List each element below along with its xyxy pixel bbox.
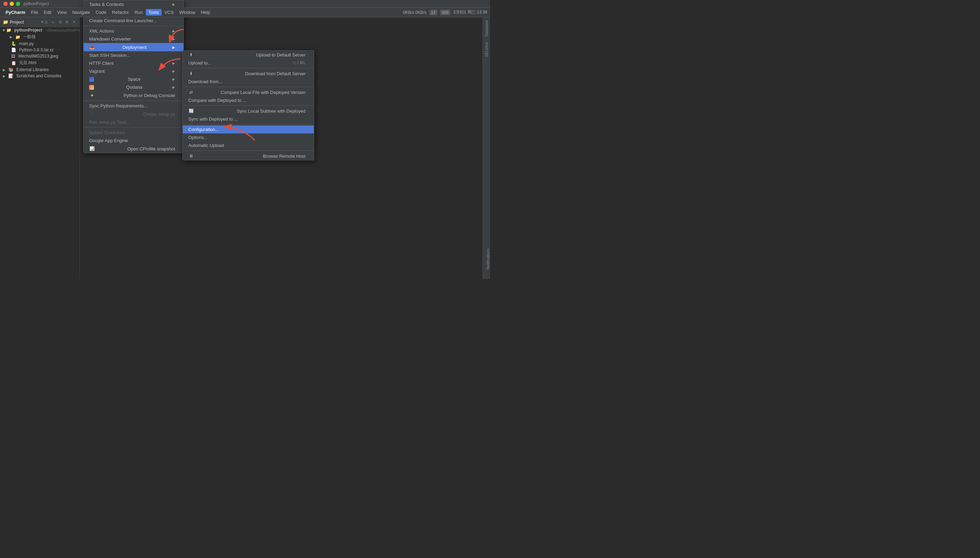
submenu-arrow: ▶ xyxy=(173,2,175,6)
separator xyxy=(84,127,183,128)
menu-item-vagrant[interactable]: Vagrant ▶ xyxy=(84,67,183,75)
menu-label: Google App Engine xyxy=(89,138,128,143)
menu-item-http[interactable]: HTTP Client ▶ xyxy=(84,59,183,67)
maximize-button[interactable] xyxy=(16,2,20,6)
deploy-icon: 📤 xyxy=(89,44,95,50)
menubar-refactor[interactable]: Refactor xyxy=(109,9,132,16)
menubar-vcs[interactable]: VCS xyxy=(161,9,176,16)
tree-label: External Libraries xyxy=(16,67,49,72)
expand-icon[interactable]: ≡ xyxy=(50,20,56,25)
deploy-auto-upload[interactable]: Automatic Upload xyxy=(183,141,314,149)
database-panel-label[interactable]: Database xyxy=(485,17,488,39)
menu-item-deployment[interactable]: 📤 Deployment ▶ xyxy=(84,43,183,51)
folder-icon: 📁 xyxy=(6,28,12,33)
menus-overlay: Tasks & Contexts ▶ 👥 Code With Me... ⌥⇧Y… xyxy=(80,0,482,279)
collapse-icon[interactable]: ⊟ xyxy=(57,20,63,25)
menu-label: Vagrant xyxy=(89,69,105,74)
menu-item-markdown[interactable]: Markdown Converter ▶ xyxy=(84,35,183,43)
menu-item-python-console[interactable]: ✦ Python or Debug Console xyxy=(84,91,183,100)
notifications-panel-label[interactable]: Notifications xyxy=(486,246,490,272)
expand-arrow: ▶ xyxy=(10,35,13,39)
menu-item-space[interactable]: Space ▶ xyxy=(84,75,183,83)
deploy-sync-with[interactable]: Sync with Deployed to ... xyxy=(183,115,314,123)
separator xyxy=(183,124,314,125)
menu-item-qodana[interactable]: Qodana ▶ xyxy=(84,83,183,91)
menu-label: Sync with Deployed to ... xyxy=(188,117,238,121)
deploy-compare-with[interactable]: Compare with Deployed to ... xyxy=(183,96,314,104)
menu-item-sphinx: Sphinx Quickstart xyxy=(84,129,183,136)
tree-item-ext-libs[interactable]: ▶ 📚 External Libraries xyxy=(0,67,79,73)
menubar-file[interactable]: File xyxy=(28,9,41,16)
deploy-options[interactable]: Options... xyxy=(183,133,314,141)
tools-menu[interactable]: Tasks & Contexts ▶ 👥 Code With Me... ⌥⇧Y… xyxy=(83,0,184,153)
menubar-app[interactable]: PyCharm xyxy=(3,9,28,16)
menubar-view[interactable]: View xyxy=(54,9,69,16)
tree-item-tar[interactable]: 📄 Python-3.8.3.tar.xz xyxy=(0,47,79,53)
tree-item-scratches[interactable]: ▶ 📝 Scratches and Consoles xyxy=(0,73,79,79)
menu-label: Sync Python Requirements... xyxy=(89,103,147,108)
separator xyxy=(183,150,314,151)
separator xyxy=(84,26,183,26)
deploy-sync-local[interactable]: 🔄 Sync Local Subtree with Deployed xyxy=(183,107,314,115)
sync-icon: 🔄 xyxy=(188,108,194,114)
deploy-download-default[interactable]: ⬇ Download from Default Server xyxy=(183,69,314,78)
menu-item-appengine[interactable]: Google App Engine xyxy=(84,136,183,144)
menu-item-tasks[interactable]: Tasks & Contexts ▶ xyxy=(84,0,183,8)
expand-arrow: ▶ xyxy=(3,68,5,72)
deploy-browse-remote[interactable]: 🖥 Browse Remote Host xyxy=(183,152,314,160)
settings-icon[interactable]: ⚙ xyxy=(64,20,70,25)
menu-label: Sync Local Subtree with Deployed xyxy=(237,108,306,114)
submenu-arrow: ▶ xyxy=(173,85,175,89)
close-button[interactable] xyxy=(3,2,8,6)
sidebar-header: 📁 Project ▾ ◎ ≡ ⊟ ⚙ ✕ xyxy=(0,17,79,27)
deploy-upload-default[interactable]: ⬆ Upload to Default Server xyxy=(183,51,314,59)
menu-label: HTTP Client xyxy=(89,61,114,66)
menu-label: Start SSH Session... xyxy=(89,53,130,58)
menubar-code[interactable]: Code xyxy=(93,9,109,16)
menubar-run[interactable]: Run xyxy=(132,9,146,16)
menu-label: Compare Local File with Deployed Version xyxy=(220,90,306,95)
menubar-navigate[interactable]: Navigate xyxy=(69,9,92,16)
tree-item-main-py[interactable]: 🐍 main.py xyxy=(0,41,79,47)
scratch-icon: 📝 xyxy=(8,74,13,78)
content-area: Drop files here to open them Tasks & Con… xyxy=(80,17,482,279)
sidebar-toolbar: ◎ ≡ ⊟ ⚙ ✕ xyxy=(43,20,77,25)
tree-item-一阶段[interactable]: ▶ 📁 一阶段 xyxy=(0,33,79,41)
menu-item-sync-req[interactable]: Sync Python Requirements... xyxy=(84,102,183,110)
close-sidebar-icon[interactable]: ✕ xyxy=(71,20,77,25)
menubar-help[interactable]: Help xyxy=(198,9,213,16)
network-stats: 0KB/s 0KB/s xyxy=(403,10,426,15)
selview-panel-label[interactable]: SELView xyxy=(485,39,488,60)
locate-icon[interactable]: ◎ xyxy=(43,20,49,25)
menu-item-ssh[interactable]: Start SSH Session... xyxy=(84,51,183,59)
qodana-icon xyxy=(89,85,94,90)
menu-label: Options... xyxy=(188,135,208,140)
menu-label: Automatic Upload xyxy=(188,143,224,148)
archive-icon: 📄 xyxy=(11,48,16,53)
badge-14: 14 xyxy=(429,10,437,15)
menubar: PyCharm File Edit View Navigate Code Ref… xyxy=(0,8,490,17)
menubar-edit[interactable]: Edit xyxy=(41,9,54,16)
tree-label: 一阶段 xyxy=(23,34,36,40)
tree-root[interactable]: ▾ 📁 pythonProject ~/Desktop/pythonProjec… xyxy=(0,27,79,33)
menu-label: Upload to... xyxy=(188,60,212,66)
deployment-submenu[interactable]: ⬆ Upload to Default Server Upload to... … xyxy=(183,50,314,161)
traffic-lights[interactable] xyxy=(3,2,20,6)
tree-item-jpeg[interactable]: 🖼 WechatIMG2513.jpeg xyxy=(0,53,79,59)
menu-item-cmdlauncher[interactable]: Create Command-line Launcher... xyxy=(84,16,183,25)
tree-item-html[interactable]: 📋 元旦.html xyxy=(0,59,79,67)
menubar-window[interactable]: Window xyxy=(176,9,198,16)
minimize-button[interactable] xyxy=(10,2,14,6)
menu-item-xml[interactable]: XML Actions ▶ xyxy=(84,27,183,35)
deploy-configuration[interactable]: Configuration... xyxy=(183,125,314,133)
menu-label: Tasks & Contexts xyxy=(89,2,124,7)
titlebar: pythonProject xyxy=(0,0,490,8)
deploy-upload-to[interactable]: Upload to... ⌥⇧⌘L xyxy=(183,59,314,67)
expand-arrow: ▶ xyxy=(3,74,5,78)
cprofile-icon: 📊 xyxy=(89,146,95,151)
deploy-download-from[interactable]: Download from... xyxy=(183,78,314,85)
project-root-label: pythonProject xyxy=(14,28,42,33)
menu-item-cprofile[interactable]: 📊 Open CProfile snapshot xyxy=(84,144,183,153)
deploy-compare-local[interactable]: ⇄ Compare Local File with Deployed Versi… xyxy=(183,88,314,96)
menubar-tools[interactable]: Tools xyxy=(146,9,161,16)
